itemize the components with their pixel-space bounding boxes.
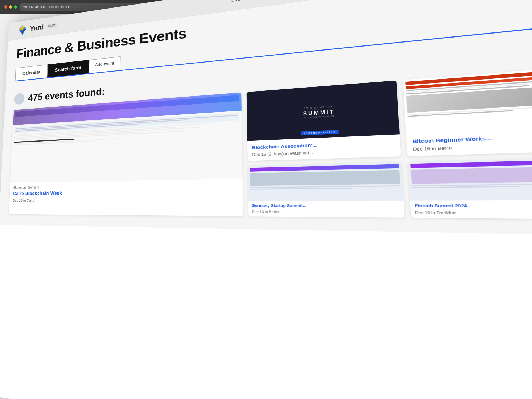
blockchain-assoc-card-image: JOIN US AT THE SUMMIT BLOCKCHAIN ASSOCIA… bbox=[246, 81, 400, 141]
small-card-2-title: Fintech Summit 2024... bbox=[415, 203, 532, 209]
small-card-2-image bbox=[408, 157, 532, 201]
small-card-2-body: Fintech Summit 2024... Dec 16 in Frankfu… bbox=[410, 200, 532, 219]
event-card-blockchain-assoc[interactable]: JOIN US AT THE SUMMIT BLOCKCHAIN ASSOCIA… bbox=[246, 81, 401, 161]
maximize-window-btn[interactable] bbox=[14, 5, 17, 9]
small-card-1-body: Germany Startup Summit... Dec 16 in Berl… bbox=[248, 200, 405, 218]
event-card-small-1[interactable]: Germany Startup Summit... Dec 16 in Berl… bbox=[248, 162, 405, 218]
event-card-cairo[interactable]: Blockchain Genesis... Cairo Blockchain W… bbox=[9, 93, 243, 217]
url-text: yard.live/finance-business-events bbox=[23, 5, 70, 9]
small-card-2-date: Dec 16 in Frankfurt bbox=[415, 211, 532, 216]
tab-add-event[interactable]: Add event bbox=[89, 56, 120, 73]
main-content: Finance & Business Events Calendar Searc… bbox=[0, 0, 532, 241]
logo-icon bbox=[17, 24, 28, 36]
event-card-bitcoin[interactable]: Bitcoin Beginner Works... Dec 16 in Berl… bbox=[403, 66, 532, 156]
bitcoin-card-image bbox=[403, 66, 532, 134]
results-count-text: 475 events found: bbox=[28, 86, 105, 103]
logo-area[interactable]: Yard BETA bbox=[17, 19, 57, 36]
cairo-card-title: Cairo Blockchain Week bbox=[13, 188, 238, 197]
cairo-card-date: Dec 16 in Cairo bbox=[13, 197, 238, 202]
page-content: Yard BETA Events ▲ About ▼ Cards My Yar bbox=[0, 0, 532, 399]
svg-marker-2 bbox=[19, 29, 23, 35]
browser-window-controls bbox=[4, 5, 17, 9]
tab-calendar[interactable]: Calendar bbox=[15, 64, 48, 81]
event-card-small-2[interactable]: Fintech Summit 2024... Dec 16 in Frankfu… bbox=[408, 157, 532, 219]
small-card-1-image bbox=[248, 162, 404, 201]
logo-beta: BETA bbox=[47, 23, 57, 28]
page-wrapper: Yard BETA Events ▲ About ▼ Cards My Yar bbox=[0, 14, 532, 399]
small-card-1-date: Dec 16 in Berlin bbox=[252, 210, 400, 215]
minimize-window-btn[interactable] bbox=[9, 5, 12, 9]
cairo-card-image bbox=[10, 93, 242, 183]
close-window-btn[interactable] bbox=[4, 5, 7, 9]
nav-events[interactable]: Events ▲ bbox=[231, 0, 253, 3]
logo-text: Yard bbox=[30, 23, 44, 33]
tab-search-form[interactable]: Search form bbox=[47, 60, 89, 77]
small-card-1-title: Germany Startup Summit... bbox=[252, 203, 400, 209]
count-bubble bbox=[14, 93, 24, 105]
cairo-card-body: Blockchain Genesis... Cairo Blockchain W… bbox=[9, 179, 243, 206]
